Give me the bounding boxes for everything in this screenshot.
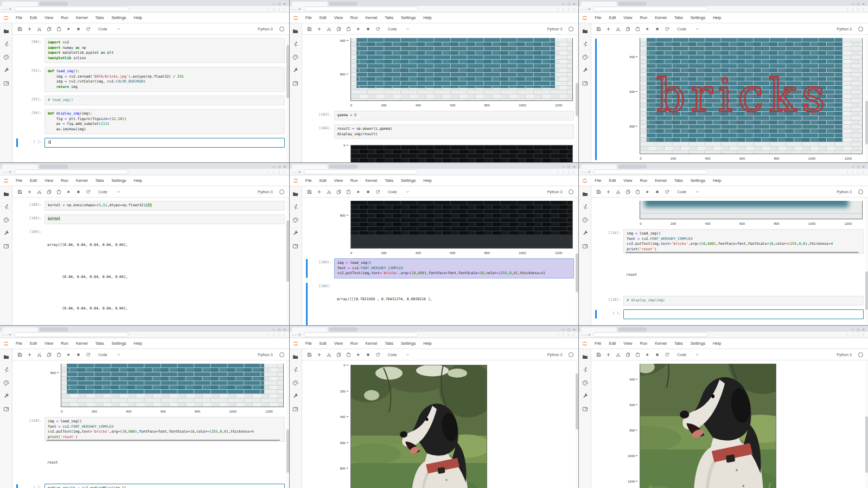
menu-file[interactable]: File: [302, 339, 316, 348]
chevron-down-icon[interactable]: [117, 190, 120, 194]
code-cell[interactable]: import cv2import numpy as npimport matpl…: [44, 38, 285, 63]
menu-view[interactable]: View: [620, 339, 636, 348]
chevron-down-icon[interactable]: [117, 27, 120, 31]
running-kernels-icon[interactable]: [582, 204, 588, 210]
kernel-name-label[interactable]: Python 3: [547, 190, 563, 194]
code-cell[interactable]: def display_img(img): fig = plt.figure(f…: [44, 109, 285, 134]
property-inspector-icon[interactable]: [3, 67, 9, 73]
menu-help[interactable]: Help: [709, 339, 725, 348]
address-bar[interactable]: [593, 169, 708, 174]
command-palette-icon[interactable]: [582, 217, 588, 223]
menu-edit[interactable]: Edit: [316, 176, 330, 186]
add-cell-icon[interactable]: [317, 27, 322, 31]
code-cell[interactable]: result = np.power(i,gamma)display_img(re…: [334, 124, 575, 139]
copy-cell-icon[interactable]: [47, 189, 52, 194]
menu-help[interactable]: Help: [130, 13, 146, 23]
running-kernels-icon[interactable]: [292, 41, 298, 47]
menu-run[interactable]: Run: [636, 339, 651, 348]
menu-tabs[interactable]: Tabs: [671, 176, 687, 186]
menu-settings[interactable]: Settings: [107, 13, 130, 23]
menu-file[interactable]: File: [591, 339, 605, 348]
window-controls[interactable]: — ▢ ✕: [272, 327, 287, 332]
browser-tab-active[interactable]: [292, 327, 328, 332]
chevron-down-icon[interactable]: [406, 190, 410, 194]
save-icon[interactable]: [17, 352, 22, 357]
chevron-down-icon[interactable]: [406, 27, 410, 31]
address-bar[interactable]: [304, 169, 418, 174]
menu-tabs[interactable]: Tabs: [92, 13, 108, 23]
cut-cell-icon[interactable]: [327, 189, 331, 194]
menu-kernel[interactable]: Kernel: [72, 13, 92, 23]
menu-run[interactable]: Run: [57, 339, 72, 348]
notebook-content[interactable]: [90]:import cv2import numpy as npimport …: [12, 35, 289, 162]
file-browser-icon[interactable]: [582, 354, 588, 360]
browser-tab[interactable]: [329, 164, 358, 169]
active-code-cell[interactable]: i: [44, 138, 285, 148]
menu-file[interactable]: File: [591, 176, 605, 186]
kernel-name-label[interactable]: Python 3: [837, 353, 852, 357]
address-bar[interactable]: [304, 332, 418, 337]
menu-settings[interactable]: Settings: [397, 339, 419, 348]
menu-run[interactable]: Run: [347, 176, 362, 186]
restart-kernel-icon[interactable]: [665, 27, 669, 31]
chevron-down-icon[interactable]: [406, 353, 410, 357]
cut-cell-icon[interactable]: [327, 27, 331, 31]
menu-file[interactable]: File: [12, 176, 26, 186]
menu-tabs[interactable]: Tabs: [92, 176, 108, 186]
menu-file[interactable]: File: [591, 13, 605, 23]
menu-view[interactable]: View: [330, 176, 347, 186]
menu-help[interactable]: Help: [419, 339, 435, 348]
menu-edit[interactable]: Edit: [605, 176, 620, 186]
cut-cell-icon[interactable]: [616, 352, 621, 357]
chevron-down-icon[interactable]: [117, 353, 120, 357]
browser-nav-icons[interactable]: ‹ › ⟳: [3, 7, 12, 12]
menu-kernel[interactable]: Kernel: [651, 339, 671, 348]
cell-type-dropdown[interactable]: Code: [388, 353, 397, 357]
address-bar[interactable]: [14, 332, 129, 337]
chevron-down-icon[interactable]: [695, 27, 699, 31]
cut-cell-icon[interactable]: [616, 189, 621, 194]
notebook-content[interactable]: 800 020040060080010001200: [302, 198, 579, 325]
browser-extension-icons[interactable]: ⋮ ⋮ ⋮ ⋮: [846, 332, 865, 338]
code-cell[interactable]: kernel = np.ones(shape=(5,5),dtype=np.fl…: [44, 201, 285, 211]
command-palette-icon[interactable]: [292, 54, 298, 60]
open-tabs-icon[interactable]: [3, 243, 9, 249]
menu-view[interactable]: View: [620, 176, 636, 186]
menu-run[interactable]: Run: [636, 176, 651, 186]
copy-cell-icon[interactable]: [47, 352, 52, 357]
window-controls[interactable]: — ▢ ✕: [272, 2, 287, 6]
copy-cell-icon[interactable]: [47, 27, 52, 31]
file-browser-icon[interactable]: [3, 354, 9, 360]
stop-kernel-icon[interactable]: [655, 27, 660, 31]
code-cell[interactable]: gamma = 8: [334, 111, 575, 121]
save-icon[interactable]: [596, 27, 601, 31]
file-browser-icon[interactable]: [3, 191, 9, 197]
command-palette-icon[interactable]: [582, 380, 588, 386]
menu-edit[interactable]: Edit: [26, 13, 41, 23]
menu-tabs[interactable]: Tabs: [92, 339, 108, 348]
menu-settings[interactable]: Settings: [687, 176, 709, 186]
chevron-down-icon[interactable]: [695, 190, 699, 194]
menu-settings[interactable]: Settings: [687, 339, 709, 348]
save-icon[interactable]: [596, 189, 601, 194]
browser-tab[interactable]: [40, 2, 68, 6]
browser-nav-icons[interactable]: ‹ › ⟳: [292, 169, 302, 175]
menu-run[interactable]: Run: [57, 176, 72, 186]
browser-nav-icons[interactable]: ‹ › ⟳: [582, 169, 591, 175]
copy-cell-icon[interactable]: [626, 27, 630, 31]
browser-tab[interactable]: [618, 2, 647, 6]
save-icon[interactable]: [307, 189, 312, 194]
property-inspector-icon[interactable]: [582, 393, 588, 399]
notebook-content[interactable]: 0 200 400 600 800: [302, 360, 579, 488]
menu-settings[interactable]: Settings: [397, 176, 419, 186]
run-cell-icon[interactable]: [356, 189, 361, 194]
cell-type-dropdown[interactable]: Code: [677, 190, 686, 194]
paste-cell-icon[interactable]: [635, 352, 640, 357]
window-controls[interactable]: — ▢ ✕: [851, 327, 866, 332]
menu-view[interactable]: View: [620, 13, 636, 23]
menu-tabs[interactable]: Tabs: [671, 339, 687, 348]
window-controls[interactable]: — ▢ ✕: [562, 2, 577, 6]
window-controls[interactable]: — ▢ ✕: [851, 2, 866, 6]
open-tabs-icon[interactable]: [3, 406, 9, 412]
restart-kernel-icon[interactable]: [665, 189, 669, 194]
